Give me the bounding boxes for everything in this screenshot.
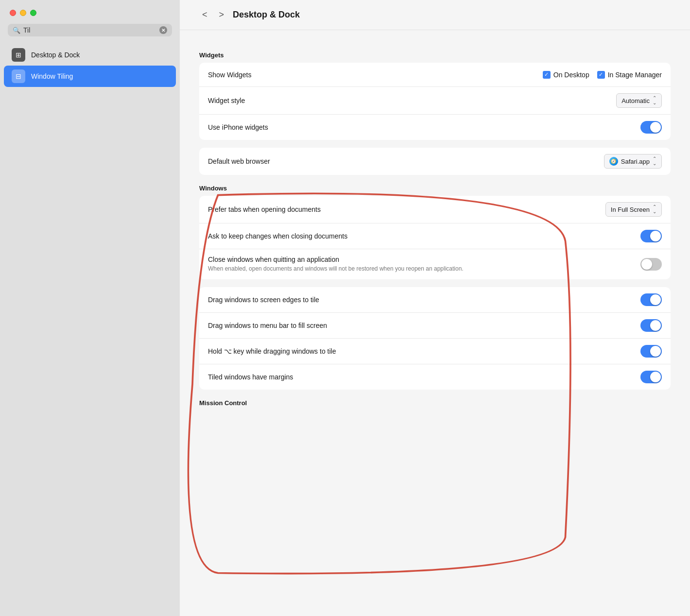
prefer-tabs-label: Prefer tabs when opening documents xyxy=(208,205,321,213)
windows-group: Prefer tabs when opening documents In Fu… xyxy=(199,196,671,279)
ask-keep-changes-toggle[interactable] xyxy=(640,230,662,242)
sidebar: 🔍 ✕ ⊞ Desktop & Dock ⊟ Window Tiling xyxy=(0,0,180,616)
sidebar-item-label-desktop-dock: Desktop & Dock xyxy=(31,51,80,59)
toggle-knob xyxy=(650,372,661,382)
toggle-knob xyxy=(650,346,661,357)
minimize-button[interactable] xyxy=(20,10,26,16)
iphone-widgets-label: Use iPhone widgets xyxy=(208,123,268,131)
windows-section-title: Windows xyxy=(199,185,671,192)
widget-style-select[interactable]: Automatic ⌃⌄ xyxy=(616,93,662,108)
maximize-button[interactable] xyxy=(30,10,36,16)
clear-search-button[interactable]: ✕ xyxy=(159,26,167,34)
main-content: < > Desktop & Dock Widgets Show Widgets … xyxy=(180,0,690,616)
default-browser-label: Default web browser xyxy=(208,157,270,165)
ask-keep-changes-label: Ask to keep changes when closing documen… xyxy=(208,232,347,240)
tiled-margins-toggle[interactable] xyxy=(640,371,662,383)
toggle-knob xyxy=(650,122,661,133)
desktop-dock-icon: ⊞ xyxy=(12,48,25,62)
windows-annotated-area: Windows Prefer tabs when opening documen… xyxy=(199,185,671,390)
drag-screen-edges-row: Drag windows to screen edges to tile xyxy=(199,287,671,313)
search-input[interactable] xyxy=(23,26,156,34)
in-stage-manager-checkbox-group[interactable]: ✓ In Stage Manager xyxy=(597,71,662,79)
prefer-tabs-select[interactable]: In Full Screen ⌃⌄ xyxy=(605,202,662,217)
search-icon: 🔍 xyxy=(13,27,20,34)
page-title: Desktop & Dock xyxy=(233,10,300,20)
close-windows-sublabel: When enabled, open documents and windows… xyxy=(208,265,464,273)
on-desktop-checkbox[interactable]: ✓ xyxy=(543,71,551,79)
close-button[interactable] xyxy=(10,10,16,16)
hold-option-key-row: Hold ⌥ key while dragging windows to til… xyxy=(199,339,671,364)
search-bar[interactable]: 🔍 ✕ xyxy=(8,24,172,36)
default-browser-row: Default web browser 🧭 Safari.app ⌃⌄ xyxy=(199,148,671,175)
show-widgets-controls: ✓ On Desktop ✓ In Stage Manager xyxy=(543,71,662,79)
drag-menu-bar-toggle[interactable] xyxy=(640,319,662,332)
title-bar: < > Desktop & Dock xyxy=(180,0,690,30)
on-desktop-label: On Desktop xyxy=(553,71,589,79)
browser-select-arrows-icon: ⌃⌄ xyxy=(653,156,656,166)
forward-button[interactable]: > xyxy=(216,9,227,21)
default-browser-group: Default web browser 🧭 Safari.app ⌃⌄ xyxy=(199,148,671,175)
hold-option-key-label: Hold ⌥ key while dragging windows to til… xyxy=(208,347,336,355)
close-windows-toggle[interactable] xyxy=(640,258,662,271)
widgets-group: Show Widgets ✓ On Desktop ✓ In Stage Man… xyxy=(199,63,671,140)
sidebar-item-desktop-dock[interactable]: ⊞ Desktop & Dock xyxy=(4,44,176,66)
in-stage-manager-label: In Stage Manager xyxy=(608,71,662,79)
drag-screen-edges-label: Drag windows to screen edges to tile xyxy=(208,296,319,304)
tiling-group: Drag windows to screen edges to tile Dra… xyxy=(199,287,671,390)
iphone-widgets-row: Use iPhone widgets xyxy=(199,115,671,140)
on-desktop-checkbox-group[interactable]: ✓ On Desktop xyxy=(543,71,589,79)
drag-menu-bar-label: Drag windows to menu bar to fill screen xyxy=(208,322,327,329)
close-windows-label: Close windows when quitting an applicati… xyxy=(208,256,464,263)
in-stage-manager-checkbox[interactable]: ✓ xyxy=(597,71,605,79)
show-widgets-row: Show Widgets ✓ On Desktop ✓ In Stage Man… xyxy=(199,63,671,87)
widget-style-row: Widget style Automatic ⌃⌄ xyxy=(199,87,671,115)
toggle-knob xyxy=(650,294,661,305)
safari-icon: 🧭 xyxy=(609,157,618,166)
toggle-knob xyxy=(641,259,652,270)
show-widgets-label: Show Widgets xyxy=(208,71,251,79)
hold-option-key-toggle[interactable] xyxy=(640,345,662,358)
drag-menu-bar-row: Drag windows to menu bar to fill screen xyxy=(199,313,671,339)
tiled-margins-label: Tiled windows have margins xyxy=(208,373,293,381)
select-arrows-icon: ⌃⌄ xyxy=(653,96,656,105)
prefer-tabs-row: Prefer tabs when opening documents In Fu… xyxy=(199,196,671,223)
back-button[interactable]: < xyxy=(199,9,210,21)
iphone-widgets-toggle[interactable] xyxy=(640,121,662,134)
widgets-section-title: Widgets xyxy=(199,51,671,59)
content-area: Widgets Show Widgets ✓ On Desktop ✓ In S… xyxy=(180,30,690,422)
traffic-lights xyxy=(0,0,180,24)
toggle-knob xyxy=(650,320,661,331)
close-windows-row: Close windows when quitting an applicati… xyxy=(199,249,671,279)
ask-keep-changes-row: Ask to keep changes when closing documen… xyxy=(199,223,671,249)
widget-style-label: Widget style xyxy=(208,97,245,104)
sidebar-item-window-tiling[interactable]: ⊟ Window Tiling xyxy=(4,66,176,87)
mission-control-section-title: Mission Control xyxy=(199,399,671,407)
toggle-knob xyxy=(650,231,661,241)
window-tiling-icon: ⊟ xyxy=(12,69,25,83)
drag-screen-edges-toggle[interactable] xyxy=(640,293,662,306)
sidebar-item-label-window-tiling: Window Tiling xyxy=(31,72,73,80)
tiled-margins-row: Tiled windows have margins xyxy=(199,364,671,390)
default-browser-select[interactable]: 🧭 Safari.app ⌃⌄ xyxy=(604,154,662,169)
tabs-select-arrows-icon: ⌃⌄ xyxy=(653,205,656,214)
